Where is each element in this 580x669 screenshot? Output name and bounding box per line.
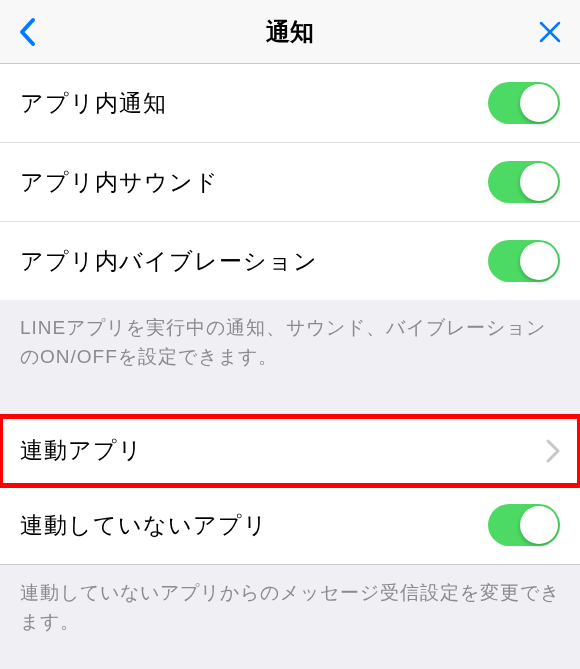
row-label: アプリ内バイブレーション: [20, 246, 318, 277]
chevron-right-icon: [546, 439, 560, 463]
page-title: 通知: [266, 16, 314, 48]
row-label: アプリ内サウンド: [20, 167, 219, 198]
section-footer: 連動していないアプリからのメッセージ受信設定を変更できます。: [0, 565, 580, 656]
toggle-knob: [520, 242, 558, 280]
row-label: アプリ内通知: [20, 88, 167, 119]
section-app-notifications: アプリ内通知 アプリ内サウンド アプリ内バイブレーション: [0, 64, 580, 300]
section-footer: LINEアプリを実行中の通知、サウンド、バイブレーションのON/OFFを設定でき…: [0, 300, 580, 391]
toggle-knob: [520, 163, 558, 201]
row-in-app-notification: アプリ内通知: [0, 64, 580, 143]
toggle-in-app-vibration[interactable]: [488, 240, 560, 282]
row-label: 連動していないアプリ: [20, 510, 268, 541]
row-label: 連動アプリ: [20, 435, 143, 466]
header: 通知: [0, 0, 580, 64]
back-icon[interactable]: [18, 17, 36, 47]
row-in-app-vibration: アプリ内バイブレーション: [0, 222, 580, 300]
toggle-in-app-sound[interactable]: [488, 161, 560, 203]
toggle-knob: [520, 84, 558, 122]
row-in-app-sound: アプリ内サウンド: [0, 143, 580, 222]
close-icon[interactable]: [538, 20, 562, 44]
toggle-unlinked-apps[interactable]: [488, 504, 560, 546]
section-gap: [0, 391, 580, 415]
section-linked-apps: 連動アプリ 連動していないアプリ: [0, 415, 580, 565]
row-linked-apps[interactable]: 連動アプリ: [0, 416, 580, 486]
toggle-knob: [520, 506, 558, 544]
toggle-in-app-notification[interactable]: [488, 82, 560, 124]
row-unlinked-apps: 連動していないアプリ: [0, 486, 580, 564]
